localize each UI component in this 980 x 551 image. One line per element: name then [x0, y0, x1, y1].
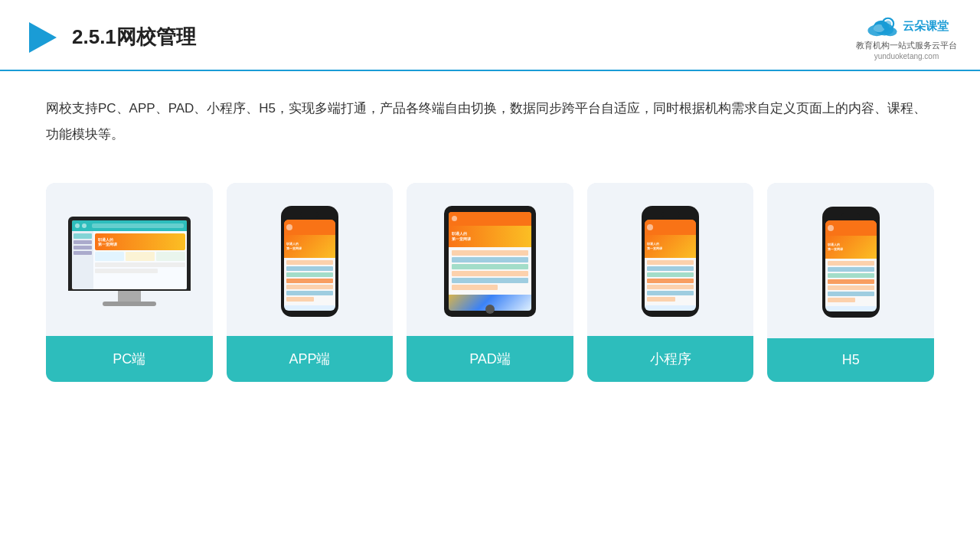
card-label-app: APP端	[227, 336, 394, 382]
cards-container: 职通人的第一堂网课	[0, 160, 980, 382]
card-label-pad: PAD端	[407, 336, 573, 382]
miniapp-phone: 职通人的第一堂网课	[642, 206, 699, 317]
card-image-app: 职通人的第一堂网课	[227, 183, 394, 336]
card-label-h5: H5	[767, 338, 934, 382]
logo-area: 云朵课堂 教育机构一站式服务云平台 yunduoketang.com	[856, 14, 957, 60]
card-h5: 职通人的第一堂网课 H5	[767, 183, 934, 382]
card-pc: 职通人的第一堂网课	[46, 183, 213, 382]
h5-phone: 职通人的第一堂网课	[822, 207, 880, 318]
logo-tagline: 教育机构一站式服务云平台	[856, 40, 957, 51]
logo-url: yunduoketang.com	[874, 52, 939, 60]
card-image-h5: 职通人的第一堂网课	[767, 183, 934, 338]
card-label-pc: PC端	[46, 336, 213, 382]
cloud-icon	[864, 14, 898, 38]
play-icon	[23, 19, 60, 56]
header-left: 2.5.1网校管理	[23, 19, 196, 56]
card-label-miniapp: 小程序	[587, 336, 754, 382]
pc-monitor: 职通人的第一堂网课	[68, 217, 191, 306]
card-image-pc: 职通人的第一堂网课	[46, 183, 213, 336]
svg-marker-0	[29, 22, 57, 53]
card-image-miniapp: 职通人的第一堂网课	[587, 183, 754, 336]
page-header: 2.5.1网校管理 云朵课堂 教育机构一站式服务云平台 yunduoketang…	[0, 0, 980, 71]
pad-tablet: 职通人的第一堂网课	[444, 206, 536, 317]
description-text: 网校支持PC、APP、PAD、小程序、H5，实现多端打通，产品各终端自由切换，数…	[0, 71, 980, 160]
app-phone: 职通人的第一堂网课	[281, 206, 338, 317]
logo-name: 云朵课堂	[903, 19, 949, 34]
svg-point-7	[884, 21, 891, 28]
card-miniapp: 职通人的第一堂网课 小程序	[587, 183, 754, 382]
card-pad: 职通人的第一堂网课 PAD端	[407, 183, 573, 382]
logo-cloud: 云朵课堂	[864, 14, 949, 38]
card-app: 职通人的第一堂网课 APP端	[227, 183, 394, 382]
card-image-pad: 职通人的第一堂网课	[407, 183, 573, 336]
page-title: 2.5.1网校管理	[72, 24, 196, 51]
